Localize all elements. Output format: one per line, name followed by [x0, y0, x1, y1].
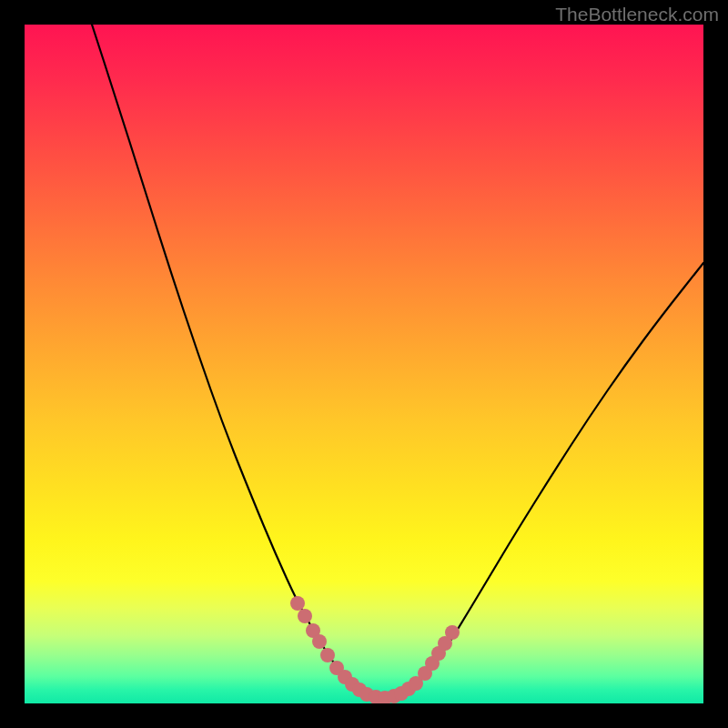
curve-marker	[445, 625, 460, 640]
curve-marker	[320, 648, 335, 662]
markers-group	[290, 596, 460, 703]
bottleneck-curve	[92, 25, 703, 698]
curve-group	[92, 25, 703, 698]
chart-plot-area	[25, 25, 703, 703]
curve-marker	[298, 609, 312, 623]
watermark-text: TheBottleneck.com	[555, 4, 719, 25]
curve-marker	[312, 634, 327, 649]
curve-marker	[290, 596, 305, 611]
chart-svg	[25, 25, 703, 703]
